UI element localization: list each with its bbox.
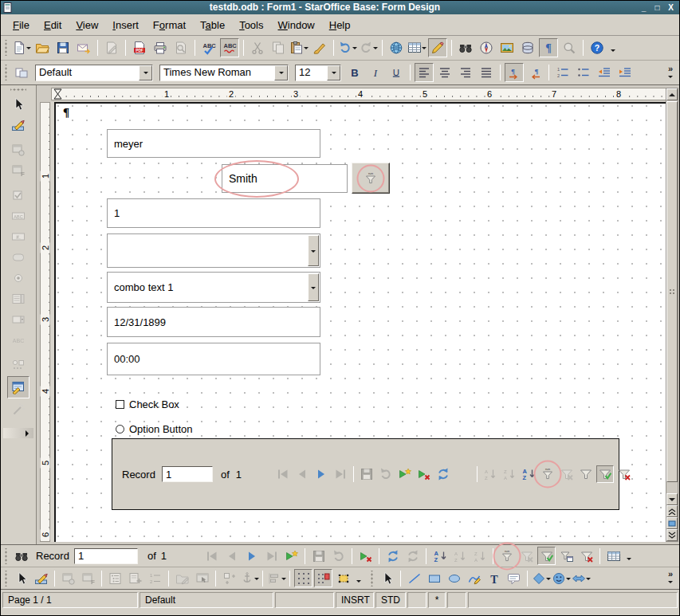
helplines-moving-button[interactable] [334, 569, 352, 587]
chevron-down-icon[interactable] [308, 235, 319, 266]
callout-button[interactable] [505, 569, 523, 587]
rectangle-button[interactable] [425, 569, 443, 587]
indent-marker-icon[interactable] [53, 88, 63, 103]
new-record-button[interactable] [282, 547, 301, 565]
delete-record-button[interactable] [356, 547, 375, 565]
vertical-ruler[interactable]: 123456 [40, 102, 50, 542]
data-source-as-table-button[interactable] [604, 547, 623, 565]
close-button[interactable]: X [665, 2, 677, 14]
snap-to-grid-button[interactable] [314, 569, 332, 587]
delete-record-button[interactable] [415, 465, 433, 483]
open-button[interactable] [33, 38, 52, 57]
decrease-indent-button[interactable] [595, 63, 614, 82]
menu-view[interactable]: View [69, 17, 105, 33]
standard-filter-button[interactable] [577, 465, 595, 483]
toolbar-overflow-button[interactable]: » [663, 571, 678, 586]
refresh-button[interactable] [434, 465, 452, 483]
record-number-input[interactable] [74, 548, 138, 564]
form-based-filter-button[interactable] [557, 547, 576, 565]
maximize-button[interactable]: □ [651, 2, 663, 14]
align-right-button[interactable] [456, 63, 475, 82]
menu-table[interactable]: Table [193, 17, 232, 33]
form-design-canvas[interactable]: ¶ meyer Smith run 1 combo text 1 12/31/1… [51, 102, 666, 542]
toolbar-overflow-button[interactable]: » [663, 65, 678, 80]
chevron-down-icon[interactable] [308, 273, 319, 301]
sort-button[interactable]: AZ [430, 547, 449, 565]
ltr-button[interactable]: ¶ [505, 63, 524, 82]
align-center-button[interactable] [435, 63, 454, 82]
minimize-button[interactable]: _ [638, 2, 650, 14]
text-field-meyer[interactable]: meyer [107, 129, 320, 158]
apply-filter-button[interactable] [596, 465, 614, 483]
text-button[interactable]: T [485, 569, 503, 587]
auto-spellcheck-button[interactable]: ABC [220, 38, 239, 57]
option-button-control[interactable]: Option Button [116, 423, 193, 435]
increase-indent-button[interactable] [615, 63, 635, 82]
run-filter-button[interactable]: run [352, 163, 390, 194]
numeric-field[interactable]: 1 [107, 198, 320, 228]
font-name-select[interactable]: Times New Roman [159, 65, 289, 81]
combo-box-field[interactable]: combo text 1 [107, 272, 320, 303]
remove-filter-button[interactable] [615, 465, 633, 483]
toolbar-grip[interactable] [10, 88, 26, 92]
next-record-button[interactable] [312, 465, 330, 483]
chevron-down-icon[interactable] [274, 65, 288, 80]
toolbar-grip[interactable] [4, 65, 8, 80]
horizontal-ruler[interactable]: 123456789 [51, 88, 666, 100]
navigator-button[interactable] [477, 38, 496, 57]
design-mode-button[interactable] [9, 116, 28, 135]
format-paintbrush-button[interactable] [310, 38, 329, 57]
find-record-button[interactable] [12, 547, 30, 565]
hyperlink-button[interactable] [387, 38, 406, 57]
vertical-scrollbar[interactable] [666, 88, 678, 542]
paste-button[interactable] [289, 38, 309, 57]
refresh-button[interactable] [383, 547, 402, 565]
checkbox-icon[interactable] [116, 400, 124, 409]
font-size-select[interactable]: 12 [295, 65, 341, 81]
line-button[interactable] [405, 569, 423, 587]
display-grid-button[interactable] [294, 569, 312, 587]
insert-table-button[interactable] [407, 38, 426, 57]
find-button[interactable] [456, 38, 475, 57]
record-number-input[interactable] [162, 466, 213, 482]
undo-button[interactable] [338, 38, 357, 57]
select-button[interactable] [378, 569, 396, 587]
export-pdf-button[interactable]: PDF [130, 38, 149, 57]
list-box-field[interactable] [107, 233, 320, 268]
text-field-smith[interactable]: Smith [222, 164, 348, 193]
menu-edit[interactable]: Edit [37, 17, 69, 33]
scroll-down-button[interactable] [666, 493, 678, 505]
toolbar-grip[interactable] [4, 571, 8, 587]
menu-insert[interactable]: Insert [105, 17, 146, 33]
menu-tools[interactable]: Tools [232, 17, 270, 33]
bullet-list-button[interactable] [574, 63, 593, 82]
auto-filter-button[interactable]: run [539, 465, 556, 483]
check-box-control[interactable]: Check Box [116, 398, 179, 410]
new-doc-button[interactable] [12, 38, 31, 57]
rtl-button[interactable]: ¶ [525, 63, 544, 82]
remove-filter-button[interactable] [577, 547, 595, 565]
print-button[interactable] [151, 38, 170, 57]
formatting-marks-button[interactable]: ¶ [539, 38, 558, 57]
radio-icon[interactable] [116, 425, 124, 434]
sort-button[interactable]: AZ [520, 465, 537, 483]
status-selection-mode[interactable]: STD [375, 592, 406, 608]
select-button[interactable] [9, 95, 28, 114]
status-insert-mode[interactable]: INSRT [336, 592, 374, 608]
help-button[interactable]: ? [588, 38, 607, 57]
toolbar-grip[interactable] [370, 571, 374, 587]
design-mode-button[interactable] [32, 569, 50, 587]
toolbar-grip[interactable] [4, 548, 8, 564]
navigation-button[interactable] [666, 517, 678, 529]
bold-button[interactable]: B [345, 63, 364, 82]
spellcheck-button[interactable]: ABC [199, 38, 218, 57]
toolbar-more-button[interactable] [623, 547, 634, 565]
select-button[interactable] [12, 569, 30, 587]
italic-button[interactable]: I [366, 63, 385, 82]
toolbox-more-button[interactable] [3, 428, 33, 438]
time-field[interactable]: 00:00 [107, 343, 320, 375]
date-field[interactable]: 12/31/1899 [107, 307, 320, 337]
underline-button[interactable]: U [387, 63, 406, 82]
scroll-up-button[interactable] [666, 88, 678, 100]
align-left-button[interactable] [415, 63, 434, 82]
